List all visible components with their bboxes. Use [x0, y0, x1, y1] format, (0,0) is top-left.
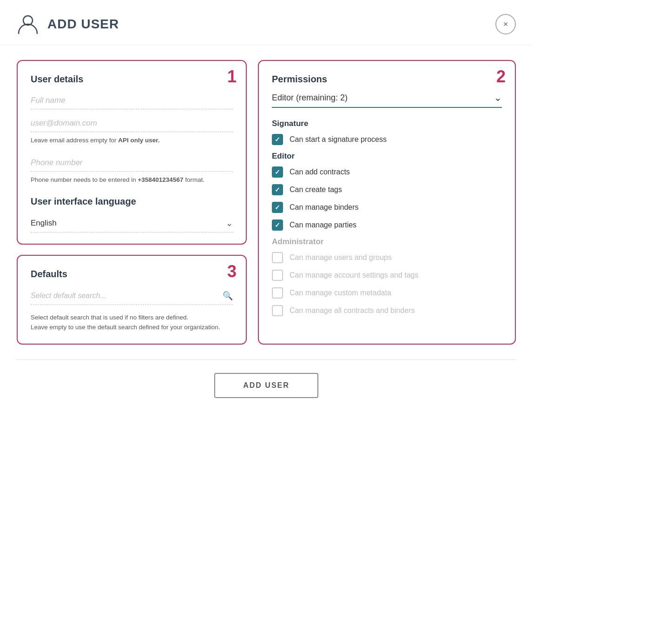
perm-label-custom-metadata: Can manage custom metadata [290, 289, 391, 297]
perm-label-all-contracts: Can manage all contracts and binders [290, 306, 415, 315]
email-hint: Leave email address empty for API only u… [31, 136, 233, 145]
header-left: ADD USER [17, 13, 119, 35]
user-details-title: User details [31, 74, 233, 85]
checkbox-add-contracts[interactable]: ✓ [272, 166, 283, 178]
checkbox-account-settings [272, 270, 283, 281]
permissions-card: 2 Permissions Viewer Editor (remaining: … [258, 60, 516, 345]
permissions-title: Permissions [272, 74, 502, 85]
perm-item-add-contracts: ✓ Can add contracts [272, 166, 502, 178]
perm-label-add-contracts: Can add contracts [290, 168, 350, 176]
permissions-number: 2 [496, 68, 506, 85]
perm-label-manage-binders: Can manage binders [290, 203, 359, 212]
checkmark-manage-parties: ✓ [275, 221, 280, 229]
role-chevron-icon: ⌄ [494, 92, 502, 103]
add-user-button[interactable]: ADD USER [214, 373, 318, 398]
checkmark-manage-binders: ✓ [275, 204, 280, 211]
language-title: User interface language [31, 196, 233, 207]
defaults-hint: Select default search that is used if no… [31, 312, 233, 332]
perm-label-manage-users: Can manage users and groups [290, 253, 392, 262]
checkbox-all-contracts [272, 305, 283, 316]
perm-item-all-contracts: Can manage all contracts and binders [272, 305, 502, 316]
email-input[interactable] [31, 115, 233, 132]
language-chevron-icon: ⌄ [226, 218, 233, 228]
perm-label-account-settings: Can manage account settings and tags [290, 271, 419, 279]
defaults-title: Defaults [31, 269, 233, 279]
close-icon: × [503, 20, 508, 29]
signature-group-title: Signature [272, 119, 502, 128]
checkbox-manage-users [272, 252, 283, 263]
checkbox-manage-binders[interactable]: ✓ [272, 202, 283, 213]
perm-item-create-tags: ✓ Can create tags [272, 184, 502, 195]
left-column: 1 User details Leave email address empty… [17, 60, 247, 345]
language-select[interactable]: English Finnish Swedish German French [31, 219, 226, 227]
footer: ADD USER [0, 360, 533, 415]
user-details-number: 1 [227, 68, 237, 85]
perm-item-manage-parties: ✓ Can manage parties [272, 219, 502, 231]
page-header: ADD USER × [0, 0, 533, 45]
phone-field-group: Phone number needs to be entered in +358… [31, 154, 233, 185]
perm-label-create-tags: Can create tags [290, 186, 342, 194]
role-dropdown-wrapper: Viewer Editor (remaining: 2) Administrat… [272, 92, 502, 108]
checkbox-signature[interactable]: ✓ [272, 134, 283, 145]
email-field-group: Leave email address empty for API only u… [31, 115, 233, 145]
fullname-input[interactable] [31, 92, 233, 109]
role-select[interactable]: Viewer Editor (remaining: 2) Administrat… [272, 93, 494, 102]
default-search-input[interactable] [31, 292, 223, 300]
phone-input[interactable] [31, 154, 233, 172]
perm-label-manage-parties: Can manage parties [290, 221, 356, 229]
search-input-wrapper: 🔍 [31, 287, 233, 305]
perm-item-manage-users: Can manage users and groups [272, 252, 502, 263]
checkmark-signature: ✓ [275, 136, 280, 143]
admin-group-title: Administrator [272, 237, 502, 246]
perm-label-signature: Can start a signature process [290, 135, 387, 144]
perm-item-account-settings: Can manage account settings and tags [272, 270, 502, 281]
checkbox-custom-metadata [272, 287, 283, 299]
checkmark-add-contracts: ✓ [275, 168, 280, 176]
search-icon: 🔍 [223, 291, 233, 301]
language-section: User interface language English Finnish … [31, 196, 233, 233]
perm-item-manage-binders: ✓ Can manage binders [272, 202, 502, 213]
main-content: 1 User details Leave email address empty… [0, 45, 533, 359]
user-details-card: 1 User details Leave email address empty… [17, 60, 247, 245]
user-icon [17, 13, 39, 35]
editor-group-title: Editor [272, 152, 502, 161]
close-button[interactable]: × [495, 14, 516, 34]
checkbox-manage-parties[interactable]: ✓ [272, 219, 283, 231]
defaults-number: 3 [227, 263, 237, 280]
language-select-wrapper: English Finnish Swedish German French ⌄ [31, 214, 233, 233]
checkmark-create-tags: ✓ [275, 186, 280, 193]
perm-item-custom-metadata: Can manage custom metadata [272, 287, 502, 299]
checkbox-create-tags[interactable]: ✓ [272, 184, 283, 195]
perm-item-signature: ✓ Can start a signature process [272, 134, 502, 145]
phone-hint: Phone number needs to be entered in +358… [31, 175, 233, 185]
fullname-field-group [31, 92, 233, 111]
defaults-card: 3 Defaults 🔍 Select default search that … [17, 255, 247, 345]
page-title: ADD USER [47, 17, 119, 32]
